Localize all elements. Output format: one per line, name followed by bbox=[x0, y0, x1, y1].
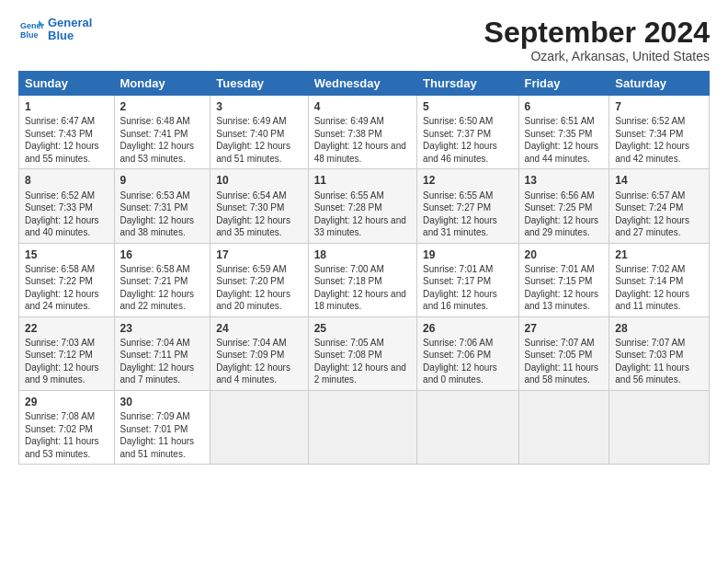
sunrise-text: Sunrise: 6:55 AM bbox=[423, 190, 493, 201]
sunrise-text: Sunrise: 6:53 AM bbox=[120, 190, 190, 201]
day-header-sunday: Sunday bbox=[19, 72, 115, 96]
daylight-text: Daylight: 12 hours and 9 minutes. bbox=[25, 362, 99, 385]
sunrise-text: Sunrise: 7:07 AM bbox=[525, 338, 595, 348]
sunrise-text: Sunrise: 7:01 AM bbox=[423, 264, 493, 274]
daylight-text: Daylight: 12 hours and 53 minutes. bbox=[120, 141, 195, 164]
calendar-cell: 16Sunrise: 6:58 AMSunset: 7:21 PMDayligh… bbox=[114, 243, 210, 316]
calendar-cell: 26Sunrise: 7:06 AMSunset: 7:06 PMDayligh… bbox=[417, 316, 518, 390]
day-number: 24 bbox=[216, 321, 301, 336]
sunset-text: Sunset: 7:08 PM bbox=[314, 350, 382, 360]
sunset-text: Sunset: 7:14 PM bbox=[615, 276, 683, 286]
daylight-text: Daylight: 12 hours and 44 minutes. bbox=[525, 141, 599, 164]
day-number: 12 bbox=[423, 173, 512, 188]
day-number: 23 bbox=[120, 321, 205, 336]
sunrise-text: Sunrise: 6:49 AM bbox=[216, 116, 286, 126]
calendar-cell: 27Sunrise: 7:07 AMSunset: 7:05 PMDayligh… bbox=[518, 316, 609, 390]
daylight-text: Daylight: 12 hours and 51 minutes. bbox=[216, 141, 290, 164]
daylight-text: Daylight: 12 hours and 35 minutes. bbox=[216, 215, 290, 238]
day-number: 27 bbox=[525, 321, 604, 336]
daylight-text: Daylight: 12 hours and 24 minutes. bbox=[25, 289, 99, 312]
sunset-text: Sunset: 7:17 PM bbox=[423, 276, 491, 286]
daylight-text: Daylight: 12 hours and 48 minutes. bbox=[314, 141, 406, 164]
sunset-text: Sunset: 7:30 PM bbox=[216, 202, 284, 213]
sunrise-text: Sunrise: 7:03 AM bbox=[25, 338, 95, 348]
calendar-cell: 24Sunrise: 7:04 AMSunset: 7:09 PMDayligh… bbox=[210, 316, 308, 390]
daylight-text: Daylight: 12 hours and 13 minutes. bbox=[525, 289, 599, 312]
sunrise-text: Sunrise: 6:54 AM bbox=[216, 190, 286, 201]
daylight-text: Daylight: 12 hours and 16 minutes. bbox=[423, 289, 497, 312]
logo: General Blue General Blue bbox=[18, 17, 92, 43]
day-number: 13 bbox=[525, 173, 604, 188]
sunset-text: Sunset: 7:11 PM bbox=[120, 350, 188, 360]
calendar-cell bbox=[210, 390, 308, 464]
day-number: 5 bbox=[423, 99, 512, 114]
sunset-text: Sunset: 7:05 PM bbox=[525, 350, 593, 360]
calendar-cell: 18Sunrise: 7:00 AMSunset: 7:18 PMDayligh… bbox=[308, 243, 416, 316]
sunrise-text: Sunrise: 6:49 AM bbox=[314, 116, 384, 126]
sunset-text: Sunset: 7:09 PM bbox=[216, 350, 284, 360]
calendar-cell: 9Sunrise: 6:53 AMSunset: 7:31 PMDaylight… bbox=[114, 169, 210, 243]
calendar-cell: 28Sunrise: 7:07 AMSunset: 7:03 PMDayligh… bbox=[609, 316, 710, 390]
day-header-friday: Friday bbox=[518, 72, 609, 96]
sunset-text: Sunset: 7:24 PM bbox=[615, 202, 683, 213]
daylight-text: Daylight: 12 hours and 4 minutes. bbox=[216, 362, 290, 385]
daylight-text: Daylight: 12 hours and 46 minutes. bbox=[423, 141, 497, 164]
sunset-text: Sunset: 7:41 PM bbox=[120, 129, 188, 139]
calendar-cell: 25Sunrise: 7:05 AMSunset: 7:08 PMDayligh… bbox=[308, 316, 416, 390]
day-number: 1 bbox=[25, 99, 108, 114]
daylight-text: Daylight: 12 hours and 20 minutes. bbox=[216, 289, 290, 312]
day-number: 6 bbox=[525, 99, 604, 114]
daylight-text: Daylight: 12 hours and 2 minutes. bbox=[314, 362, 406, 385]
sunrise-text: Sunrise: 7:04 AM bbox=[216, 338, 286, 348]
calendar-week-row: 15Sunrise: 6:58 AMSunset: 7:22 PMDayligh… bbox=[19, 243, 710, 316]
day-number: 25 bbox=[314, 321, 411, 336]
day-number: 11 bbox=[314, 173, 411, 188]
sunrise-text: Sunrise: 7:07 AM bbox=[615, 338, 685, 348]
calendar-cell bbox=[308, 390, 416, 464]
daylight-text: Daylight: 12 hours and 42 minutes. bbox=[615, 141, 689, 164]
sunset-text: Sunset: 7:21 PM bbox=[120, 276, 188, 286]
calendar-cell: 4Sunrise: 6:49 AMSunset: 7:38 PMDaylight… bbox=[308, 96, 416, 169]
day-number: 16 bbox=[120, 247, 205, 262]
subtitle: Ozark, Arkansas, United States bbox=[484, 49, 710, 63]
calendar-table: SundayMondayTuesdayWednesdayThursdayFrid… bbox=[18, 71, 710, 465]
day-number: 20 bbox=[525, 247, 604, 262]
sunrise-text: Sunrise: 6:48 AM bbox=[120, 116, 190, 126]
sunset-text: Sunset: 7:27 PM bbox=[423, 202, 491, 213]
daylight-text: Daylight: 11 hours and 56 minutes. bbox=[615, 362, 689, 385]
sunset-text: Sunset: 7:28 PM bbox=[314, 202, 382, 213]
day-number: 22 bbox=[25, 321, 108, 336]
sunrise-text: Sunrise: 7:06 AM bbox=[423, 338, 493, 348]
sunset-text: Sunset: 7:35 PM bbox=[525, 129, 593, 139]
sunset-text: Sunset: 7:37 PM bbox=[423, 129, 491, 139]
sunset-text: Sunset: 7:31 PM bbox=[120, 202, 188, 213]
sunset-text: Sunset: 7:20 PM bbox=[216, 276, 284, 286]
sunrise-text: Sunrise: 7:09 AM bbox=[120, 411, 190, 421]
sunset-text: Sunset: 7:02 PM bbox=[25, 424, 93, 434]
daylight-text: Daylight: 11 hours and 58 minutes. bbox=[525, 362, 599, 385]
day-header-monday: Monday bbox=[114, 72, 210, 96]
calendar-week-row: 8Sunrise: 6:52 AMSunset: 7:33 PMDaylight… bbox=[19, 169, 710, 243]
day-number: 10 bbox=[216, 173, 301, 188]
logo-icon: General Blue bbox=[18, 17, 44, 42]
sunrise-text: Sunrise: 7:00 AM bbox=[314, 264, 384, 274]
calendar-cell: 3Sunrise: 6:49 AMSunset: 7:40 PMDaylight… bbox=[210, 96, 308, 169]
sunset-text: Sunset: 7:43 PM bbox=[25, 129, 93, 139]
calendar-cell: 19Sunrise: 7:01 AMSunset: 7:17 PMDayligh… bbox=[417, 243, 518, 316]
calendar-cell: 11Sunrise: 6:55 AMSunset: 7:28 PMDayligh… bbox=[308, 169, 416, 243]
daylight-text: Daylight: 12 hours and 7 minutes. bbox=[120, 362, 195, 385]
sunrise-text: Sunrise: 6:56 AM bbox=[525, 190, 595, 201]
daylight-text: Daylight: 12 hours and 11 minutes. bbox=[615, 289, 689, 312]
sunset-text: Sunset: 7:01 PM bbox=[120, 424, 188, 434]
calendar-cell: 7Sunrise: 6:52 AMSunset: 7:34 PMDaylight… bbox=[609, 96, 710, 169]
calendar-cell: 12Sunrise: 6:55 AMSunset: 7:27 PMDayligh… bbox=[417, 169, 518, 243]
calendar-cell: 30Sunrise: 7:09 AMSunset: 7:01 PMDayligh… bbox=[114, 390, 210, 464]
day-number: 19 bbox=[423, 247, 512, 262]
daylight-text: Daylight: 12 hours and 27 minutes. bbox=[615, 215, 689, 238]
sunrise-text: Sunrise: 7:04 AM bbox=[120, 338, 190, 348]
daylight-text: Daylight: 11 hours and 53 minutes. bbox=[25, 436, 99, 459]
calendar-cell: 10Sunrise: 6:54 AMSunset: 7:30 PMDayligh… bbox=[210, 169, 308, 243]
logo-text-line1: General bbox=[48, 17, 92, 29]
sunrise-text: Sunrise: 6:57 AM bbox=[615, 190, 685, 201]
calendar-body: 1Sunrise: 6:47 AMSunset: 7:43 PMDaylight… bbox=[19, 96, 710, 465]
